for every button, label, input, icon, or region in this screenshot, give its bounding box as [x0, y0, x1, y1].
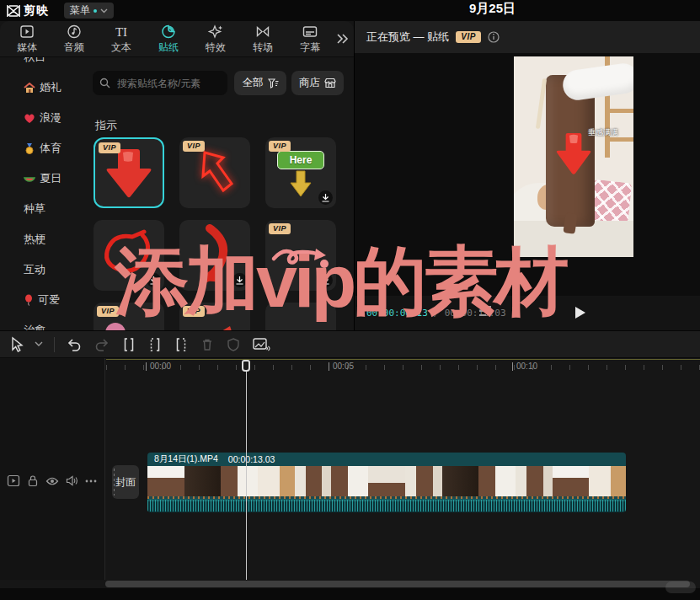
- search-icon: [99, 78, 110, 88]
- category-romance[interactable]: 浪漫: [0, 103, 87, 133]
- effects-icon: [207, 24, 224, 40]
- category-interaction[interactable]: 互动: [0, 254, 87, 285]
- play-button[interactable]: [569, 302, 591, 324]
- sticker-red-3d-down-arrow[interactable]: VIP: [94, 137, 164, 208]
- lock-icon[interactable]: [27, 474, 39, 487]
- delete-icon[interactable]: [200, 337, 215, 352]
- search-input[interactable]: [115, 77, 221, 90]
- info-icon[interactable]: [488, 31, 500, 43]
- select-tool-icon[interactable]: [8, 336, 24, 353]
- top-bar: 剪映 菜单: [0, 0, 700, 21]
- undo-icon[interactable]: [66, 337, 83, 352]
- ruler-label: 00:10: [516, 362, 537, 371]
- watermelon-icon: [24, 174, 35, 185]
- sticker-partial-2[interactable]: VIP: [179, 303, 250, 330]
- vip-badge: VIP: [269, 223, 291, 234]
- split-icon[interactable]: [121, 337, 136, 352]
- sticker-curly-arrow[interactable]: VIP: [265, 220, 336, 291]
- ruler-label: 00:00: [150, 362, 171, 371]
- clip-thumbnails: [147, 466, 626, 496]
- sticker-panel: 秋日 婚礼 浪漫 体育 夏日 种草 热梗 互动 可爱 治愈: [0, 57, 354, 330]
- sticker-neon-arrow[interactable]: VIP: [179, 137, 250, 208]
- download-icon[interactable]: [147, 273, 161, 287]
- track-controls: [7, 474, 97, 487]
- tab-effects[interactable]: 特效: [192, 24, 239, 55]
- sticker-brush-arrow[interactable]: [179, 220, 250, 291]
- corner-watermark: [665, 581, 696, 593]
- capcut-logo-icon: [7, 5, 20, 17]
- category-cute[interactable]: 可爱: [0, 285, 87, 315]
- horizontal-scrollbar[interactable]: [105, 581, 690, 587]
- download-icon[interactable]: [318, 190, 333, 205]
- heart-icon: [24, 113, 35, 124]
- main-track-icon[interactable]: [7, 474, 20, 487]
- redo-icon[interactable]: [94, 337, 110, 352]
- search-box[interactable]: [93, 71, 227, 95]
- app-window: 剪映 菜单 9月25日 媒体 音频: [0, 0, 700, 600]
- speaker-icon[interactable]: [66, 475, 78, 486]
- download-icon[interactable]: [232, 273, 247, 287]
- category-memes[interactable]: 热梗: [0, 224, 87, 254]
- shop-button[interactable]: 商店: [291, 71, 344, 95]
- app-title: 剪映: [24, 3, 49, 19]
- eye-icon[interactable]: [45, 476, 59, 486]
- tab-sticker[interactable]: 贴纸: [145, 24, 192, 55]
- sticker-scribble-circle[interactable]: [94, 220, 164, 291]
- timeline-toolbar: [0, 330, 700, 358]
- category-zhongcao[interactable]: 种草: [0, 194, 87, 224]
- video-clip[interactable]: 8月14日(1).MP4 00:00:13.03: [147, 453, 626, 512]
- shelf: [605, 109, 633, 113]
- resource-tab-bar: 媒体 音频 TI 文本 贴纸: [0, 21, 354, 57]
- category-autumn[interactable]: 秋日: [0, 57, 87, 72]
- tab-audio[interactable]: 音频: [51, 24, 98, 55]
- preview-controls: 00:00:00:13 / 00:00:13:03: [355, 296, 700, 330]
- transition-icon: [254, 24, 271, 40]
- expand-tabs-button[interactable]: [335, 33, 349, 45]
- ruler-duration-line: [106, 359, 700, 360]
- clip-duration: 00:00:13.03: [228, 454, 275, 464]
- menu-button[interactable]: 菜单: [64, 3, 114, 19]
- playhead-line: [246, 360, 247, 580]
- preview-panel: 正在预览 — 贴纸 VIP 垂感满满: [354, 21, 700, 330]
- filter-all-button[interactable]: 全部: [234, 71, 286, 95]
- category-wedding[interactable]: 婚礼: [0, 72, 87, 103]
- menu-label: 菜单: [70, 3, 90, 18]
- sticker-partial-3[interactable]: [265, 303, 336, 330]
- house-icon: [24, 83, 35, 94]
- sticker-content: 全部 商店 指示 VI: [87, 57, 354, 330]
- playhead-handle[interactable]: [242, 360, 250, 372]
- captions-icon: [302, 24, 318, 40]
- preview-menu-icon[interactable]: [479, 306, 491, 316]
- playhead[interactable]: [242, 358, 251, 580]
- tab-text[interactable]: TI 文本: [98, 24, 145, 55]
- tab-captions[interactable]: 字幕: [286, 24, 334, 55]
- tab-media[interactable]: 媒体: [3, 24, 51, 55]
- total-time: 00:00:13:03: [445, 308, 506, 319]
- preview-viewport: 垂感满满: [355, 53, 700, 296]
- category-healing[interactable]: 治愈: [0, 315, 87, 330]
- category-sports[interactable]: 体育: [0, 133, 87, 163]
- preview-status: 正在预览 — 贴纸: [366, 29, 449, 45]
- sticker-partial-1[interactable]: VIP: [94, 303, 164, 330]
- mute-cover-icon[interactable]: [252, 337, 270, 352]
- play-icon: [574, 306, 586, 319]
- split-keep-left-icon[interactable]: [174, 337, 189, 352]
- vip-badge: VIP: [183, 306, 205, 317]
- shield-icon[interactable]: [226, 337, 241, 352]
- tool-dropdown-chevron-icon[interactable]: [35, 341, 43, 347]
- section-title: 指示: [95, 118, 117, 133]
- cover-button[interactable]: 封面: [112, 465, 139, 499]
- split-keep-right-icon[interactable]: [147, 337, 163, 352]
- vip-badge: VIP: [97, 306, 119, 317]
- tab-transition[interactable]: 转场: [239, 24, 286, 55]
- text-icon: TI: [110, 24, 132, 40]
- ruler-ticks[interactable]: [106, 365, 700, 370]
- sticker-here-arrow[interactable]: Here VIP: [265, 137, 336, 208]
- vip-badge: VIP: [456, 31, 481, 43]
- download-icon[interactable]: [318, 273, 333, 287]
- timeline-bottom-strip: [0, 588, 700, 600]
- more-icon[interactable]: [85, 479, 97, 483]
- applied-arrow-sticker[interactable]: [549, 131, 598, 183]
- app-logo: 剪映: [7, 3, 49, 19]
- category-summer[interactable]: 夏日: [0, 163, 87, 194]
